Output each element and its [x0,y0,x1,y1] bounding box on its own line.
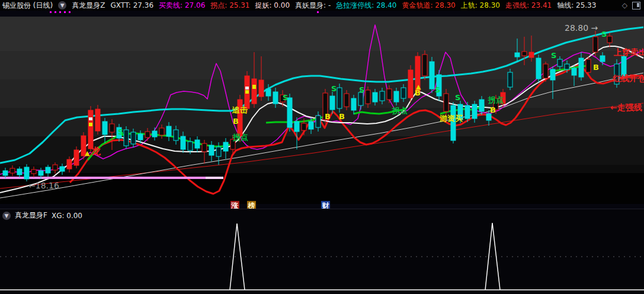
candle-body [529,52,534,57]
clipped-line-dot [64,11,66,13]
candle-body [465,106,470,119]
bg-band [0,165,644,173]
bg-band [0,11,644,17]
clipped-line-dot [50,11,52,13]
signal-sub-chart[interactable] [0,209,644,294]
chevron-down-icon[interactable]: ▼ [2,212,11,220]
chart-annotation: 游资买 [440,114,463,123]
candle-body [579,58,584,77]
diamond-icon[interactable]: ◇ [622,0,627,11]
header-item: 真妖显身: - [295,0,331,11]
header-item: 拐点: 25.31 [210,0,249,11]
clipped-line-dot [317,11,319,13]
candle-body [309,122,313,129]
candle-body [110,124,114,132]
panel-layout-icon[interactable] [632,2,640,9]
candle-body [3,171,8,175]
candle-body [302,123,306,130]
candle-marker-band [245,90,249,94]
header-item: 走强线: 23.41 [505,0,552,11]
chevron-down-icon[interactable]: ▼ [58,1,66,9]
header-item: 捉妖: 0.00 [255,0,290,11]
chart-annotation: S [551,51,556,60]
candle-body [536,58,541,79]
candle-marker-band [245,87,249,90]
sub-indicator-value: XG: 0.00 [52,212,82,220]
candle-body [294,122,299,132]
support-band [0,177,206,179]
marker-badge[interactable]: 榜 [247,201,256,209]
candle-body [252,79,257,104]
marker-badge[interactable]: 涨 [230,201,239,209]
candle-body [486,114,491,120]
chart-annotation: 红线开仓 [612,74,644,83]
candle-body [430,62,434,89]
marker-badge[interactable]: 财 [321,201,330,209]
header-item: 上轨: 28.30 [461,0,500,11]
chart-annotation: 上穿卖出 [613,47,644,57]
candle-body [330,96,335,110]
bg-band [0,17,644,51]
candle-body [522,52,527,56]
header-item: GXTT: 27.36 [110,0,153,11]
candle-marker-band [89,123,92,126]
candle-body [88,110,93,149]
chart-annotation: B [490,106,496,114]
svg-text:财: 财 [322,202,329,209]
candle-body [131,132,136,144]
header-toolbar-icons: ◇ [622,0,644,11]
candle-body [394,91,399,102]
candle-body [472,104,477,119]
candle-body [188,142,193,151]
candle-body [166,126,171,136]
trading-app-window: 锡业股份 (日线) ▼ 真龙显身Z GXTT: 27.36 买卖线: 27.06… [0,0,644,294]
candle-body [10,168,15,173]
candle-body [152,131,157,137]
candle-body [67,159,72,169]
candle-marker-band [252,85,256,89]
header-item: 黄金轨道: 28.30 [402,0,456,11]
candle-body [266,89,271,96]
candle-body [479,100,484,111]
candle-body [124,130,129,146]
candle-body [358,92,363,106]
chart-annotation: 拐点 [488,95,504,104]
svg-text:涨: 涨 [231,202,239,209]
candle-body [401,88,406,98]
candle-body [53,165,57,170]
candle-body [60,167,65,171]
candle-body [181,136,185,149]
candle-body [159,128,164,135]
candle-body [74,150,79,165]
candle-body [17,169,22,175]
chart-annotation: ←走强线 [610,103,642,112]
candle-body [607,36,612,43]
candle-body [145,132,150,138]
candle-body [195,140,200,148]
candle-body [366,90,370,104]
candle-body [138,134,143,140]
clipped-line-dot [69,11,71,13]
indicator-header-bar: 锡业股份 (日线) ▼ 真龙显身Z GXTT: 27.36 买卖线: 27.06… [0,0,644,11]
chart-annotation: 拐点 [232,133,248,142]
chart-annotation: 拐点 [392,106,408,115]
clipped-line-dot [59,11,61,13]
candle-body [216,147,221,156]
support-band-tip [206,177,223,179]
candle-body [543,64,548,78]
candle-body [273,92,278,104]
chart-annotation: B [325,112,331,121]
header-item: 急拉涨停线: 28.40 [336,0,396,11]
sub-indicator-header: ▼ 真龙显身F XG: 0.00 [2,210,82,220]
chart-annotation: S [435,85,440,94]
candle-body [95,109,100,131]
candle-body [287,98,292,127]
chart-annotation: S [455,93,460,102]
chart-annotation: S [359,85,364,94]
chart-annotation: 28.80 → [565,23,598,33]
candle-body [102,122,107,135]
svg-text:榜: 榜 [248,202,255,209]
chart-annotation: S [331,84,337,93]
chart-annotation: S [283,93,288,102]
main-kline-chart[interactable]: 龙▲S追击B拐点SBBSS拐点▲BS游资买S拐点BSSB28.80 →←18.1… [0,11,644,209]
